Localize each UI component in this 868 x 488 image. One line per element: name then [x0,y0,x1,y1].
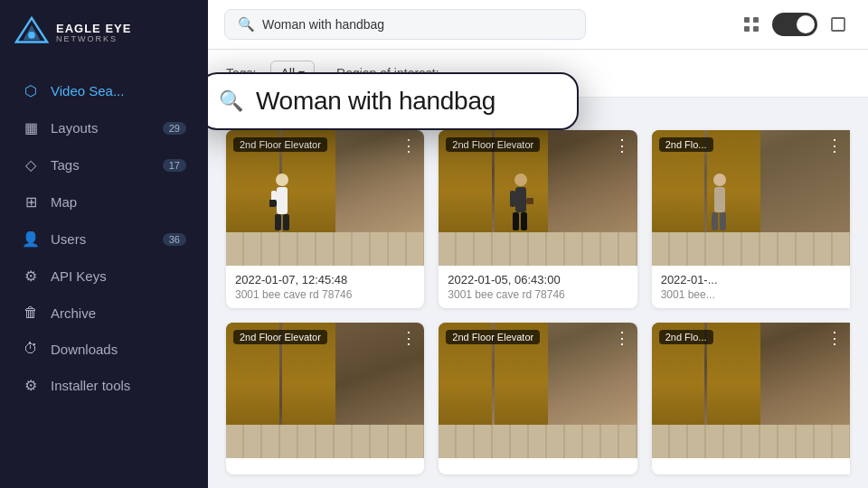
svg-point-20 [713,174,726,186]
svg-rect-3 [744,17,750,23]
sidebar-item-map[interactable]: ⊞ Map [5,183,203,221]
sidebar-item-video-search[interactable]: ⬡ Video Sea... [5,72,203,109]
camera-label-5: 2nd Floor Elevator [446,330,540,344]
main-content: 🔍 🔍 Woman with handbag Tags: All ▾ Regio… [208,0,868,488]
expand-view-button[interactable] [825,11,852,38]
video-info-3: 2022-01-... 3001 bee... [652,266,850,308]
logo-text: EAGLE EYE NETWORKS [56,23,131,44]
more-options-6[interactable]: ⋮ [826,328,843,348]
svg-rect-10 [275,214,281,230]
address-3: 3001 bee... [661,288,841,301]
video-card-5[interactable]: 2nd Floor Elevator ⋮ [439,323,637,474]
svg-point-14 [514,174,527,186]
video-search-icon: ⬡ [22,82,40,99]
svg-rect-6 [753,26,759,32]
video-info-5 [439,458,637,474]
installer-tools-icon: ⚙ [22,377,40,394]
archive-icon: 🗑 [22,305,40,321]
svg-rect-19 [526,198,533,204]
video-thumb-5: 2nd Floor Elevator ⋮ [439,323,637,458]
person-figure-2 [508,173,533,236]
more-options-2[interactable]: ⋮ [614,136,630,155]
toggle-knob [797,15,815,33]
sidebar-item-layouts[interactable]: ▦ Layouts 29 [5,109,203,146]
video-card-4[interactable]: 2nd Floor Elevator ⋮ [226,323,424,474]
camera-label-3: 2nd Flo... [659,137,713,152]
sidebar-nav: ⬡ Video Sea... ▦ Layouts 29 ◇ Tags 17 ⊞ … [0,65,208,488]
video-info-1: 2022-01-07, 12:45:48 3001 bee cave rd 78… [226,266,424,308]
floor-tile-6 [652,425,850,459]
svg-rect-4 [753,17,759,23]
map-icon: ⊞ [22,193,40,211]
timestamp-2: 2022-01-05, 06:43:00 [448,273,627,286]
video-info-6 [652,458,850,474]
svg-rect-23 [720,212,726,230]
more-options-4[interactable]: ⋮ [401,328,417,348]
svg-rect-9 [277,187,288,214]
sidebar: EAGLE EYE NETWORKS ⬡ Video Sea... ▦ Layo… [0,0,208,488]
api-keys-icon: ⚙ [22,267,40,285]
person-figure-3 [707,173,732,236]
topbar-icons [738,11,852,38]
floor-tile-2 [439,232,637,267]
svg-rect-21 [714,187,725,212]
video-thumb-4: 2nd Floor Elevator ⋮ [226,323,424,458]
floor-tile-5 [439,425,637,459]
camera-label-6: 2nd Flo... [659,330,713,344]
users-badge: 36 [163,233,186,246]
floor-tile [226,232,424,267]
svg-rect-7 [832,18,844,31]
svg-rect-17 [521,212,527,230]
sidebar-item-users[interactable]: 👤 Users 36 [5,221,203,258]
svg-point-8 [276,174,288,186]
svg-rect-5 [744,26,750,32]
view-toggle[interactable] [772,13,817,36]
sidebar-item-tags[interactable]: ◇ Tags 17 [5,146,203,183]
video-thumb-3: 2nd Flo... ⋮ [652,130,850,266]
topbar-search-icon: 🔍 [238,16,255,33]
downloads-icon: ⏱ [22,341,40,357]
person-figure [269,173,295,236]
camera-label-1: 2nd Floor Elevator [233,137,327,152]
more-options-1[interactable]: ⋮ [401,136,417,155]
svg-rect-16 [513,212,519,230]
svg-rect-22 [712,212,718,230]
video-card-1[interactable]: 2nd Floor Elevator ⋮ 2022-01-07, 12:45:4… [226,130,424,308]
address-2: 3001 bee cave rd 78746 [448,288,627,301]
floor-tile-3 [652,232,850,267]
more-options-5[interactable]: ⋮ [614,328,630,348]
topbar: 🔍 [208,0,868,50]
search-overlay[interactable]: 🔍 Woman with handbag [208,72,579,130]
video-grid: 2nd Floor Elevator ⋮ 2022-01-07, 12:45:4… [208,130,868,488]
logo-area: EAGLE EYE NETWORKS [0,0,208,65]
sidebar-item-installer-tools[interactable]: ⚙ Installer tools [5,367,203,404]
svg-rect-15 [515,187,526,212]
grid-view-button[interactable] [738,11,765,38]
video-thumb-1: 2nd Floor Elevator ⋮ [226,130,424,266]
floor-tile-4 [226,425,424,459]
sidebar-item-api-keys[interactable]: ⚙ API Keys [5,258,203,295]
more-options-3[interactable]: ⋮ [826,136,843,155]
video-thumb-6: 2nd Flo... ⋮ [652,323,850,458]
overlay-search-text: Woman with handbag [256,87,495,116]
overlay-search-icon: 🔍 [219,89,243,113]
tags-badge: 17 [163,159,186,172]
layouts-icon: ▦ [22,119,40,136]
tags-icon: ◇ [22,156,40,174]
layouts-badge: 29 [163,122,186,135]
sidebar-item-downloads[interactable]: ⏱ Downloads [5,331,203,367]
svg-rect-11 [283,214,289,230]
address-1: 3001 bee cave rd 78746 [235,288,415,301]
sidebar-item-archive[interactable]: 🗑 Archive [5,295,203,331]
video-info-2: 2022-01-05, 06:43:00 3001 bee cave rd 78… [439,266,637,308]
video-info-4 [226,458,424,474]
topbar-search-input[interactable] [262,17,572,32]
eagle-eye-logo-icon [14,16,49,51]
topbar-search-container[interactable]: 🔍 [224,9,586,40]
camera-label-4: 2nd Floor Elevator [233,330,327,344]
video-card-3[interactable]: 2nd Flo... ⋮ 2022-01-... 3001 bee... [652,130,850,308]
video-card-6[interactable]: 2nd Flo... ⋮ [652,323,850,474]
video-card-2[interactable]: 2nd Floor Elevator ⋮ 2022-01-05, 06:43:0… [439,130,637,308]
timestamp-3: 2022-01-... [661,273,841,286]
video-thumb-2: 2nd Floor Elevator ⋮ [439,130,637,266]
